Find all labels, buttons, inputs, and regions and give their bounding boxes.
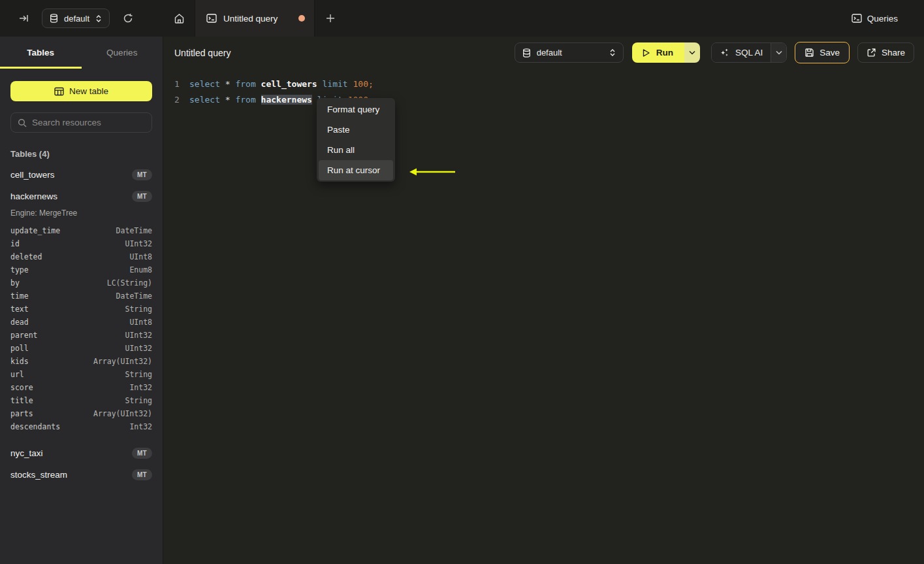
chevron-updown-icon xyxy=(609,48,616,57)
editor-line-2: 2 select * from hackernews limit 1000 xyxy=(163,91,924,107)
column-row[interactable]: parent UInt32 xyxy=(10,329,152,342)
run-options-button[interactable] xyxy=(684,42,700,63)
run-button-label: Run xyxy=(656,48,673,58)
sidebar: Tables Queries New table xyxy=(0,37,163,564)
sql-ai-button[interactable]: SQL AI xyxy=(712,43,771,62)
save-button[interactable]: Save xyxy=(795,42,850,63)
column-type: Int32 xyxy=(129,383,152,392)
column-row[interactable]: deleted UInt8 xyxy=(10,250,152,263)
column-row[interactable]: url String xyxy=(10,368,152,381)
column-row[interactable]: dead UInt8 xyxy=(10,316,152,329)
column-row[interactable]: id UInt32 xyxy=(10,237,152,250)
sql-editor[interactable]: 1 select * from cell_towers limit 100; 2… xyxy=(163,69,924,564)
table-row-nyc-taxi[interactable]: nyc_taxi MT xyxy=(10,442,152,464)
column-row[interactable]: poll UInt32 xyxy=(10,342,152,355)
column-type: UInt32 xyxy=(125,239,152,248)
column-name: parent xyxy=(10,331,38,340)
column-row[interactable]: by LC(String) xyxy=(10,276,152,290)
tab-label: Untitled query xyxy=(223,14,278,24)
sidebar-tab-tables[interactable]: Tables xyxy=(0,37,82,69)
sql-console-app: default xyxy=(0,0,924,564)
column-name: type xyxy=(10,265,29,274)
column-type: LC(String) xyxy=(107,278,152,288)
query-header: Untitled query default xyxy=(163,37,924,69)
menu-item-run-at-cursor[interactable]: Run at cursor xyxy=(319,160,393,180)
play-icon xyxy=(642,48,650,58)
sidebar-body: New table Tables (4) cell_towers MT hack… xyxy=(0,69,163,486)
tab-strip: Untitled query xyxy=(163,0,346,37)
run-button-group: Run xyxy=(632,42,700,63)
engine-badge: MT xyxy=(132,469,152,480)
new-table-button[interactable]: New table xyxy=(10,81,152,101)
column-row[interactable]: text String xyxy=(10,303,152,316)
new-tab-button[interactable] xyxy=(315,0,346,37)
tables-section-header: Tables (4) xyxy=(10,149,152,159)
column-row[interactable]: title String xyxy=(10,394,152,407)
sql-keyword: from xyxy=(235,95,261,105)
sql-keyword: limit xyxy=(317,79,353,89)
topbar-left: default xyxy=(0,0,163,37)
topbar-right: Queries xyxy=(852,0,924,37)
table-row-hackernews[interactable]: hackernews MT xyxy=(10,186,152,207)
database-selector-value: default xyxy=(64,14,89,24)
chevron-updown-icon xyxy=(95,14,102,23)
column-row[interactable]: update_time DateTime xyxy=(10,224,152,237)
menu-item-format-query[interactable]: Format query xyxy=(319,99,393,120)
column-row[interactable]: kids Array(UInt32) xyxy=(10,355,152,368)
topbar-database-selector[interactable]: default xyxy=(42,8,110,28)
sql-table-name-selected: hackernews xyxy=(261,95,312,105)
refresh-button[interactable] xyxy=(120,10,136,26)
column-name: text xyxy=(10,305,29,314)
share-button[interactable]: Share xyxy=(857,42,914,63)
column-type: Int32 xyxy=(129,422,152,431)
search-box xyxy=(10,112,152,133)
collapse-sidebar-button[interactable] xyxy=(16,10,31,26)
sql-keyword: from xyxy=(235,79,261,89)
column-type: DateTime xyxy=(116,291,152,301)
column-row[interactable]: parts Array(UInt32) xyxy=(10,407,152,420)
terminal-icon xyxy=(206,14,217,23)
run-button[interactable]: Run xyxy=(632,42,684,63)
share-icon xyxy=(867,48,876,58)
column-row[interactable]: score Int32 xyxy=(10,381,152,394)
queries-button[interactable]: Queries xyxy=(852,14,898,24)
hackernews-columns: update_time DateTime id UInt32 deleted U… xyxy=(10,224,152,433)
sidebar-tab-queries[interactable]: Queries xyxy=(82,37,163,69)
column-name: update_time xyxy=(10,226,60,235)
column-name: score xyxy=(10,383,33,392)
tables-list: cell_towers MT hackernews MT Engine: Mer… xyxy=(10,164,152,486)
column-name: deleted xyxy=(10,252,42,261)
toolbar-database-selector[interactable]: default xyxy=(515,42,624,63)
home-icon xyxy=(174,13,185,24)
sql-table-name: cell_towers xyxy=(261,79,317,89)
table-row-cell-towers[interactable]: cell_towers MT xyxy=(10,164,152,186)
chevron-down-icon xyxy=(689,50,695,55)
menu-item-run-all[interactable]: Run all xyxy=(319,140,393,160)
sql-operator: * xyxy=(225,95,236,105)
column-name: time xyxy=(10,291,29,301)
engine-badge: MT xyxy=(132,169,152,180)
search-input[interactable] xyxy=(32,118,145,127)
column-name: by xyxy=(10,278,20,288)
table-row-stocks-stream[interactable]: stocks_stream MT xyxy=(10,464,152,486)
home-button[interactable] xyxy=(163,0,195,37)
menu-item-paste[interactable]: Paste xyxy=(319,120,393,140)
new-table-label: New table xyxy=(69,86,108,96)
query-toolbar: default Run xyxy=(515,42,914,63)
column-row[interactable]: type Enum8 xyxy=(10,263,152,276)
column-row[interactable]: descendants Int32 xyxy=(10,420,152,433)
spacer xyxy=(10,433,152,442)
editor-line-1: 1 select * from cell_towers limit 100; xyxy=(163,76,924,91)
database-icon xyxy=(50,14,58,23)
refresh-icon xyxy=(123,13,133,24)
column-type: Array(UInt32) xyxy=(93,409,152,418)
column-name: kids xyxy=(10,357,29,366)
plus-icon xyxy=(326,14,335,23)
column-row[interactable]: time DateTime xyxy=(10,290,152,303)
topbar: default xyxy=(0,0,924,37)
sql-ai-button-group: SQL AI xyxy=(711,42,787,63)
tab-untitled-query[interactable]: Untitled query xyxy=(195,0,315,37)
column-name: parts xyxy=(10,409,33,418)
sql-ai-options-button[interactable] xyxy=(771,43,786,62)
table-name: nyc_taxi xyxy=(10,448,43,458)
